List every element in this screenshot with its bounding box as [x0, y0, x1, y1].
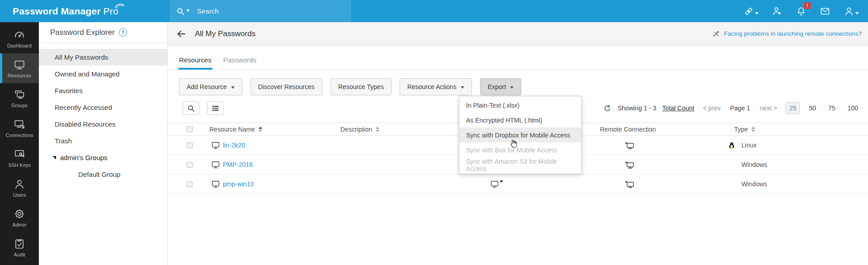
sidebar-item-groups[interactable]: Groups — [0, 83, 39, 113]
discover-resources-button[interactable]: Discover Resources — [250, 78, 322, 95]
resource-types-button[interactable]: Resource Types — [330, 78, 392, 95]
resource-name-link[interactable]: PMP-2016 — [223, 161, 253, 168]
explorer-item-all-my-passwords[interactable]: All My Passwords — [39, 49, 167, 66]
explorer-item-favorites[interactable]: Favorites — [39, 82, 167, 99]
explorer-item-disabled-resources[interactable]: Disabled Resources — [39, 116, 167, 132]
explorer-group-node[interactable]: admin's Groups — [39, 149, 167, 166]
connections-icon — [14, 118, 25, 130]
total-count-link[interactable]: Total Count — [662, 104, 694, 112]
page-size-75[interactable]: 75 — [825, 103, 839, 114]
row-checkbox[interactable] — [187, 142, 193, 148]
app-logo-main: Password Manager — [13, 6, 101, 17]
row-checkbox[interactable] — [187, 162, 193, 168]
select-all-checkbox[interactable] — [187, 126, 193, 132]
column-header-resource-name[interactable]: Resource Name — [199, 126, 335, 133]
page-size-50[interactable]: 50 — [806, 103, 819, 114]
page-size-25[interactable]: 25 — [786, 102, 800, 114]
sidebar: Dashboard Resources Groups Connections S… — [0, 22, 39, 265]
sort-icon[interactable] — [751, 127, 755, 132]
table-row: pmp-win10 Windows — [168, 175, 868, 194]
sidebar-item-dashboard[interactable]: Dashboard — [0, 24, 39, 53]
search-caret-icon — [186, 9, 190, 12]
column-view-button[interactable] — [207, 101, 224, 115]
remote-connection-icon[interactable] — [624, 180, 635, 189]
explorer-item-recently-accessed[interactable]: Recently Accessed — [39, 99, 167, 116]
caret-down-icon — [231, 86, 235, 89]
help-icon[interactable]: ? — [119, 28, 127, 37]
remote-connection-help-link[interactable]: Facing problems in launching remote conn… — [712, 30, 862, 38]
export-button[interactable]: Export — [480, 78, 521, 95]
sidebar-item-audit[interactable]: Audit — [0, 232, 39, 262]
sidebar-item-ssh-keys[interactable]: SSH Keys — [0, 143, 39, 173]
search-input[interactable] — [196, 7, 332, 15]
caret-down-icon — [510, 86, 514, 89]
export-menu-item-sync-amazon-s3: Sync with Amazon S3 for Mobile Access — [459, 157, 581, 172]
sidebar-item-users[interactable]: Users — [0, 173, 39, 203]
back-icon — [176, 29, 186, 39]
explorer-title: Password Explorer ? — [39, 22, 167, 43]
logo-swoosh-icon — [114, 2, 125, 9]
mail-icon[interactable] — [820, 6, 830, 17]
sort-icon[interactable] — [259, 127, 262, 132]
explorer-item-owned-and-managed[interactable]: Owned and Managed — [39, 66, 167, 82]
search-icon — [187, 104, 195, 113]
export-menu-item-sync-dropbox[interactable]: Sync with Dropbox for Mobile Access — [459, 128, 581, 142]
password-explorer-panel: Password Explorer ? All My Passwords Own… — [39, 22, 168, 265]
notification-bell-icon[interactable]: ! — [796, 6, 807, 17]
refresh-icon[interactable] — [603, 104, 612, 113]
sidebar-item-admin[interactable]: Admin — [0, 203, 39, 232]
remote-connection-icon[interactable] — [624, 160, 635, 170]
add-resource-button[interactable]: Add Resource — [179, 78, 242, 95]
account-icon[interactable] — [844, 6, 859, 17]
caret-down-icon — [461, 86, 464, 89]
export-menu-item-plain-text[interactable]: In Plain-Text (.xlsx) — [459, 98, 581, 113]
users-icon — [14, 178, 25, 190]
explorer-list: All My Passwords Owned and Managed Favor… — [39, 49, 167, 183]
toolbar: Add Resource Discover Resources Resource… — [179, 78, 868, 95]
export-menu-item-sync-box: Sync with Box for Mobile Access — [459, 142, 581, 157]
prev-page-button[interactable]: < prev — [703, 104, 721, 112]
remote-connection-icon[interactable] — [624, 141, 635, 150]
resource-icon — [211, 141, 220, 150]
resource-icon — [211, 180, 220, 189]
explorer-item-trash[interactable]: Trash — [39, 132, 167, 149]
topbar-icons: ! — [743, 0, 859, 22]
back-button[interactable] — [176, 29, 186, 39]
resource-icon — [211, 160, 220, 169]
export-dropdown-menu: In Plain-Text (.xlsx) As Encrypted HTML … — [459, 96, 582, 174]
list-view-icon — [211, 104, 220, 113]
global-search — [170, 0, 351, 22]
cursor-icon — [508, 138, 519, 150]
explorer-group-child-default-group[interactable]: Default Group — [39, 166, 167, 183]
tree-expanded-icon — [52, 156, 56, 160]
admin-icon — [14, 208, 25, 220]
sidebar-item-connections[interactable]: Connections — [0, 113, 39, 143]
type-label: Windows — [741, 180, 767, 188]
next-page-button[interactable]: next > — [760, 104, 777, 112]
caret-down-icon — [855, 12, 859, 14]
dashboard-icon — [14, 29, 25, 41]
remote-link-icon[interactable] — [743, 6, 759, 17]
export-menu-item-encrypted-html[interactable]: As Encrypted HTML (.html) — [459, 113, 581, 128]
page-size-100[interactable]: 100 — [844, 103, 861, 114]
table-search-button[interactable] — [183, 101, 199, 115]
type-label: Windows — [741, 161, 767, 168]
sort-icon[interactable] — [376, 127, 379, 132]
tab-bar: Resources Passwords — [168, 46, 868, 70]
column-header-type[interactable]: Type — [703, 126, 868, 133]
groups-icon — [14, 89, 25, 100]
user-star-icon[interactable] — [772, 6, 783, 17]
search-icon[interactable] — [176, 7, 190, 16]
tab-resources[interactable]: Resources — [179, 56, 212, 70]
resource-actions-button[interactable]: Resource Actions — [400, 78, 472, 95]
resource-name-link[interactable]: pmp-win10 — [223, 180, 254, 188]
row-checkbox[interactable] — [187, 181, 193, 187]
sidebar-item-resources[interactable]: Resources — [0, 53, 39, 83]
topbar: Password Manager Pro ! — [0, 0, 868, 22]
main-content: All My Passwords Facing problems in laun… — [168, 22, 868, 265]
resource-name-link[interactable]: lin-2k20 — [223, 142, 245, 149]
caret-down-icon — [500, 180, 503, 183]
type-label: Linux — [741, 142, 756, 149]
tab-passwords[interactable]: Passwords — [223, 56, 256, 70]
connect-dropdown-icon[interactable] — [490, 180, 503, 189]
